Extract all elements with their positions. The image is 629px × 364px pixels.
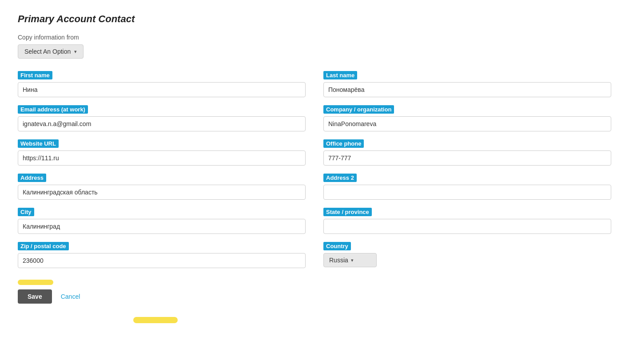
office-phone-input[interactable] xyxy=(323,150,611,166)
state-label: State / province xyxy=(323,208,372,216)
state-input[interactable] xyxy=(323,219,611,234)
country-dropdown[interactable]: Russia ▾ xyxy=(323,253,377,267)
form-grid: First name Last name Email address (at w… xyxy=(18,71,611,276)
office-phone-label: Office phone xyxy=(323,139,364,148)
state-group: State / province xyxy=(323,208,611,234)
country-group: Country Russia ▾ xyxy=(323,242,611,268)
last-name-label: Last name xyxy=(323,71,357,79)
email-input[interactable] xyxy=(18,116,306,131)
company-group: Company / organization xyxy=(323,105,611,131)
address2-label: Address 2 xyxy=(323,174,357,182)
company-input[interactable] xyxy=(323,116,611,131)
office-phone-group: Office phone xyxy=(323,139,611,166)
country-label: Country xyxy=(323,242,351,250)
copy-info-label: Copy information from xyxy=(18,34,611,41)
last-name-group: Last name xyxy=(323,71,611,97)
zip-label: Zip / postal code xyxy=(18,242,69,250)
save-button[interactable]: Save xyxy=(18,289,52,304)
first-name-group: First name xyxy=(18,71,306,97)
address-label: Address xyxy=(18,174,46,182)
address-input[interactable] xyxy=(18,185,306,200)
address2-group: Address 2 xyxy=(323,174,611,200)
email-group: Email address (at work) xyxy=(18,105,306,131)
actions-row: Save Cancel xyxy=(18,289,611,304)
decorative-blob-1 xyxy=(18,280,53,285)
company-label: Company / organization xyxy=(323,105,394,114)
decorative-blob-2 xyxy=(133,317,178,323)
website-input[interactable] xyxy=(18,150,306,166)
page-title: Primary Account Contact xyxy=(18,13,611,25)
website-label: Website URL xyxy=(18,139,59,148)
zip-group: Zip / postal code xyxy=(18,242,306,268)
first-name-input[interactable] xyxy=(18,82,306,97)
cancel-link[interactable]: Cancel xyxy=(61,293,80,300)
first-name-label: First name xyxy=(18,71,52,79)
last-name-input[interactable] xyxy=(323,82,611,97)
city-label: City xyxy=(18,208,34,216)
address-group: Address xyxy=(18,174,306,200)
city-input[interactable] xyxy=(18,219,306,234)
city-group: City xyxy=(18,208,306,234)
address2-input[interactable] xyxy=(323,185,611,200)
select-option-label: Select An Option xyxy=(24,48,71,55)
email-label: Email address (at work) xyxy=(18,105,88,114)
chevron-down-icon: ▾ xyxy=(74,49,77,55)
chevron-down-icon: ▾ xyxy=(351,257,354,263)
zip-input[interactable] xyxy=(18,253,306,268)
country-value: Russia xyxy=(329,257,348,264)
website-group: Website URL xyxy=(18,139,306,166)
select-option-dropdown[interactable]: Select An Option ▾ xyxy=(18,44,84,59)
